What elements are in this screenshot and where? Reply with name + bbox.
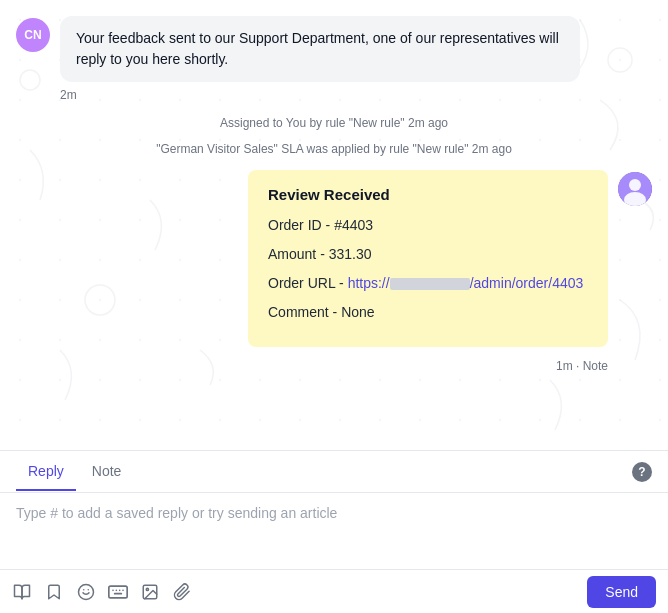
emoji-icon[interactable] [76, 582, 96, 602]
image-icon[interactable] [140, 582, 160, 602]
system-event-2: "German Visitor Sales" SLA was applied b… [0, 136, 668, 162]
avatar-cn: CN [16, 18, 50, 52]
composer-footer: Send [0, 569, 668, 613]
review-card: Review Received Order ID - #4403 Amount … [248, 170, 608, 347]
avatar-user [618, 172, 652, 206]
bookmark-icon[interactable] [44, 582, 64, 602]
tab-reply[interactable]: Reply [16, 453, 76, 491]
composer-body[interactable]: Type # to add a saved reply or try sendi… [0, 493, 668, 569]
review-order-url: Order URL - https:///admin/order/4403 [268, 273, 588, 294]
svg-point-4 [629, 179, 641, 191]
review-card-row: Review Received Order ID - #4403 Amount … [0, 162, 668, 355]
message-row: CN Your feedback sent to our Support Dep… [0, 16, 668, 82]
chat-area: CN Your feedback sent to our Support Dep… [0, 0, 668, 450]
message-timestamp: 2m [0, 86, 668, 110]
note-timestamp: 1m · Note [0, 355, 668, 377]
composer: Reply Note ? Type # to add a saved reply… [0, 450, 668, 613]
send-button[interactable]: Send [587, 576, 656, 608]
message-bubble: Your feedback sent to our Support Depart… [60, 16, 580, 82]
composer-placeholder: Type # to add a saved reply or try sendi… [16, 505, 652, 521]
svg-point-16 [146, 588, 148, 590]
review-order-url-link[interactable]: https:///admin/order/4403 [348, 275, 584, 291]
attachment-icon[interactable] [172, 582, 192, 602]
keyboard-icon[interactable] [108, 582, 128, 602]
review-comment: Comment - None [268, 302, 588, 323]
svg-rect-9 [109, 586, 127, 598]
book-icon[interactable] [12, 582, 32, 602]
user-avatar-image [618, 172, 652, 206]
review-order-id: Order ID - #4403 [268, 215, 588, 236]
help-icon[interactable]: ? [632, 462, 652, 482]
svg-point-6 [79, 584, 94, 599]
composer-tabs: Reply Note ? [0, 451, 668, 493]
url-redacted [390, 278, 470, 290]
tab-note[interactable]: Note [80, 453, 134, 491]
review-amount: Amount - 331.30 [268, 244, 588, 265]
system-event-1: Assigned to You by rule "New rule" 2m ag… [0, 110, 668, 136]
user-avatar-svg [618, 172, 652, 206]
review-card-title: Review Received [268, 186, 588, 203]
